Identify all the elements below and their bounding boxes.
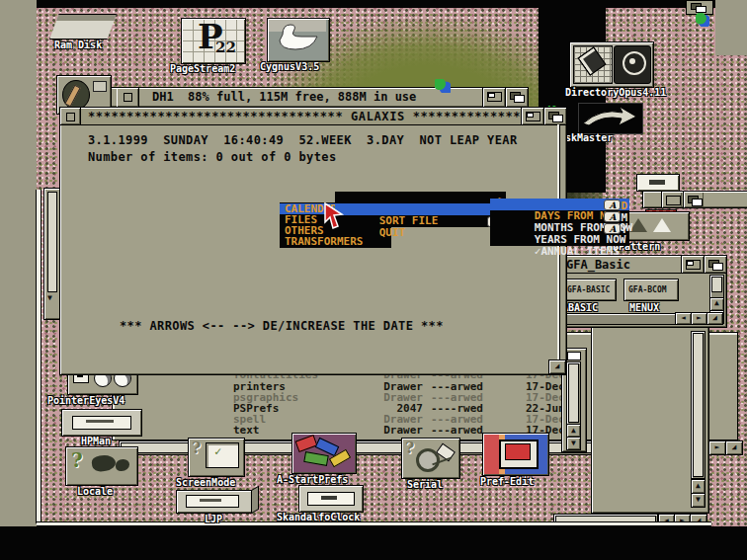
close-icon — [66, 113, 75, 121]
menu-item-years-from-now[interactable]: YEARS FROM NOW AY — [490, 222, 629, 234]
resize-gadget[interactable]: ◢ — [706, 312, 723, 325]
ljp-label: LJP — [205, 514, 222, 524]
depth-icon-front — [712, 263, 723, 271]
fragment-vscroll-thumb[interactable] — [568, 363, 579, 423]
scroll-down-icon[interactable]: ▼ — [47, 293, 52, 302]
resize-gadget[interactable]: ◢ — [548, 360, 566, 374]
zoom-icon-inner — [488, 93, 495, 98]
depth-icon — [696, 6, 706, 13]
zoom-gadget[interactable] — [681, 256, 704, 273]
galaxis-message-line: *** ARROWS <-- --> DE/INCREASE THE DATE … — [120, 319, 444, 333]
monitor-icon — [206, 442, 239, 468]
scroll-right-button[interactable]: ► — [691, 312, 707, 325]
world-map-icon — [116, 459, 129, 471]
depth-gadget[interactable] — [543, 108, 566, 124]
vscroll-track[interactable] — [691, 331, 706, 479]
prefedit-label: Pref-Edit — [480, 476, 534, 487]
world-map-icon — [91, 453, 117, 472]
serial-label: Serial — [407, 479, 443, 490]
amiga-key-icon: A — [604, 200, 621, 210]
depth-icon-front — [552, 115, 563, 122]
prefedit-icon[interactable] — [482, 433, 549, 476]
check-icon: ✓ — [214, 444, 221, 458]
scroll-down-button[interactable]: ▼ — [691, 493, 706, 508]
skandalfoclock-icon[interactable] — [298, 485, 364, 513]
menu-panel-date: DAYS FROM NOW AD MONTHS FROM NOW AM YEAR… — [490, 199, 629, 246]
swan-icon — [269, 21, 326, 60]
screen-top-bar — [0, 0, 747, 8]
wbpattern-icon[interactable] — [622, 211, 690, 241]
directory-opus-icon[interactable] — [569, 41, 654, 88]
gfa-basic-window[interactable]: GFA_Basic GFA-BASIC GFA-BCOM ABASIC MENU… — [559, 255, 727, 328]
hpman-icon[interactable] — [61, 409, 142, 437]
menu-item-annual-items[interactable]: ✓ANNUAL ITEMS — [490, 234, 629, 246]
close-gadget[interactable] — [117, 88, 139, 107]
menu-item-sort-file[interactable]: SORT FILE — [335, 203, 506, 215]
scroll-down-button[interactable]: ▼ — [566, 437, 581, 450]
pagestream-icon[interactable]: P 22 — [181, 18, 246, 64]
cygnus-icon[interactable] — [267, 18, 330, 62]
screen-right-column — [715, 0, 747, 55]
locale-label: Locale — [77, 486, 113, 497]
serial-icon[interactable]: ? — [401, 438, 460, 479]
resize-gadget[interactable]: ◢ — [725, 440, 743, 455]
lcd-text-area — [321, 496, 337, 500]
screenmode-label: ScreenMode — [176, 477, 235, 488]
fragment-vscroll-track[interactable] — [566, 361, 581, 425]
gfa-bcom-button[interactable]: GFA-BCOM — [623, 279, 679, 301]
scroll-track — [47, 192, 57, 292]
lcd-text-area — [649, 180, 665, 185]
depth-icon — [567, 352, 581, 360]
gfa-hscroll-track[interactable] — [563, 313, 676, 325]
menu-item-months-from-now[interactable]: MONTHS FROM NOW AM — [490, 210, 629, 222]
zoom-gadget[interactable] — [661, 192, 682, 207]
ram-disk-icon[interactable] — [47, 12, 119, 41]
astartprefs-label: A-StartPrefs — [277, 474, 348, 485]
dh1-window-titlebar[interactable]: DH1 88% full, 115M free, 888M in use — [104, 87, 529, 108]
zoom-gadget[interactable] — [482, 88, 505, 107]
amiga-key-icon: A — [604, 223, 621, 234]
diskmaster-icon[interactable] — [578, 103, 643, 134]
ram-disk-label: Ram Disk — [54, 40, 102, 50]
scroll-left-button[interactable]: ◄ — [675, 312, 692, 325]
astartprefs-icon[interactable] — [291, 433, 357, 474]
zoom-icon-inner — [687, 261, 694, 266]
gfa-vscroll-track[interactable] — [709, 275, 724, 298]
printer-slot — [200, 499, 221, 502]
abasic-label: ABASIC — [562, 302, 598, 313]
depth-icon-front — [514, 95, 525, 103]
menu-item-quit[interactable]: QUIT A — [335, 215, 506, 227]
swoosh-arrow-icon — [579, 104, 640, 131]
lcd-display-fragment — [636, 174, 680, 192]
menu-item-days-from-now[interactable]: DAYS FROM NOW AD — [490, 199, 629, 210]
depth-gadget[interactable] — [683, 192, 704, 207]
galaxis-titlebar[interactable]: ********************************* GALAXI… — [60, 108, 566, 125]
close-gadget[interactable] — [60, 108, 81, 124]
workbench-screen: 49 Ram Disk P 22 PageStream2 CygnusV3.5 … — [0, 0, 747, 560]
gfa-titlebar[interactable]: GFA_Basic — [560, 256, 726, 274]
depth-gadget[interactable] — [505, 88, 528, 107]
ljp-icon[interactable] — [174, 487, 259, 515]
scroll-right-button[interactable]: ► — [708, 440, 726, 455]
screen-bottom-band — [0, 526, 747, 560]
parrot-sprite-icon — [696, 13, 709, 27]
screen-left-column — [0, 0, 37, 526]
close-icon — [124, 93, 132, 102]
background-window-titlebar[interactable] — [642, 191, 747, 208]
question-mark-icon: ? — [405, 439, 414, 457]
screenmode-icon[interactable]: ? ✓ — [188, 438, 245, 477]
galaxis-date-line: 3.1.1999 SUNDAY 16:40:49 52.WEEK 3.DAY N… — [88, 133, 518, 147]
zoom-gadget[interactable] — [521, 108, 543, 124]
scroll-up-button[interactable]: ▲ — [709, 297, 724, 311]
disk-hub — [629, 58, 635, 64]
background-window[interactable]: ▲ ▼ — [591, 326, 709, 514]
menu-item-date[interactable]: DATE ► — [335, 192, 506, 203]
scroll-up-button[interactable]: ▲ — [691, 479, 706, 494]
scroll-up-button[interactable]: ▲ — [566, 424, 581, 438]
vscroll-thumb[interactable] — [693, 333, 704, 477]
amiga-key-icon: A — [604, 211, 621, 222]
depth-gadget[interactable] — [704, 256, 726, 273]
locale-icon[interactable]: ? — [65, 446, 138, 486]
gfa-basic-button[interactable]: GFA-BASIC — [563, 279, 617, 301]
gfa-vscroll-thumb[interactable] — [711, 277, 722, 292]
